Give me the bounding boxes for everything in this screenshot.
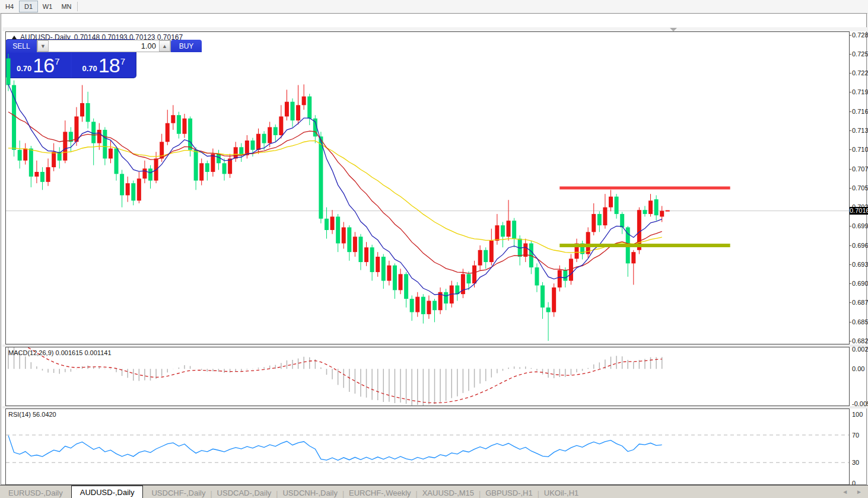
price-tick-label: 0.71655 (852, 108, 868, 115)
price-tick-label: 0.69365 (852, 261, 868, 268)
timeframe-button-d1[interactable]: D1 (19, 1, 38, 12)
tab-eurusd-daily[interactable]: EURUSD-,Daily (0, 487, 71, 498)
price-tick-label: 0.68220 (852, 337, 868, 344)
price-tick-label: 0.71370 (852, 127, 868, 134)
price-tick-mark (849, 92, 851, 92)
rsi-tick-label: 100 (852, 411, 863, 418)
macd-tick-label: 0.002962 (852, 346, 868, 353)
macd-label: MACD(12,26,9) 0.001615 0.001141 (8, 349, 112, 356)
price-tick-label: 0.68505 (852, 318, 868, 325)
tab-usdchf-daily[interactable]: USDCHF-,Daily (143, 487, 214, 498)
rsi-line (8, 436, 662, 461)
price-tick-label: 0.70795 (852, 165, 868, 173)
tab-usdcnh-daily[interactable]: USDCNH-,Daily (274, 487, 345, 498)
toolbar-separator (77, 2, 78, 11)
price-tick-mark (849, 245, 851, 246)
price-tick-label: 0.71085 (852, 146, 868, 153)
rsi-indicator-canvas[interactable] (6, 409, 849, 484)
price-tick-mark (849, 149, 851, 150)
macd-tick-label: 0.00 (852, 365, 864, 372)
application-window: H4D1W1MN AUDUSD-,Daily 0.70148 0.70193 0… (0, 0, 868, 498)
price-tick-mark (849, 130, 851, 131)
tab-gbpusd-h1[interactable]: GBPUSD-,H1 (477, 487, 540, 498)
chart-top-strip (2, 27, 867, 31)
macd-tick-label: -0.005255 (852, 400, 868, 407)
chart-window: AUDUSD-,Daily 0.70148 0.70193 0.70123 0.… (1, 13, 867, 485)
price-tick-mark (849, 73, 851, 74)
price-tick-label: 0.69080 (852, 280, 868, 287)
price-tick-label: 0.68795 (852, 299, 868, 306)
price-tick-mark (849, 35, 851, 36)
macd-indicator-canvas[interactable] (6, 347, 849, 406)
price-tick-label: 0.72230 (852, 69, 868, 76)
timeframe-button-w1[interactable]: W1 (38, 1, 57, 12)
tab-audusd-daily[interactable]: AUDUSD-,Daily (71, 486, 144, 498)
main-chart-canvas[interactable] (6, 31, 849, 344)
price-tick-mark (849, 264, 851, 265)
price-tick-label: 0.72515 (852, 50, 868, 58)
price-tick-mark (849, 54, 851, 55)
timeframe-button-mn[interactable]: MN (57, 1, 76, 12)
tab-scroll-right-icon[interactable]: ► (856, 489, 862, 495)
tab-eurchf-weekly[interactable]: EURCHF-,Weekly (341, 487, 419, 498)
timeframe-button-h4[interactable]: H4 (0, 1, 19, 12)
rsi-tick-label: 70 (852, 432, 859, 439)
price-tick-label: 0.69940 (852, 222, 868, 229)
price-tick-label: 0.70510 (852, 184, 868, 191)
price-tick-label: 0.71945 (852, 88, 868, 95)
tab-scroll-arrows: ◄ ► (842, 489, 862, 495)
tab-usdcad-daily[interactable]: USDCAD-,Daily (209, 487, 280, 498)
price-tick-mark (849, 302, 851, 303)
timeframe-toolbar: H4D1W1MN (0, 0, 868, 14)
tab-scroll-left-icon[interactable]: ◄ (842, 489, 848, 495)
rsi-label: RSI(14) 56.0420 (8, 411, 56, 418)
tab-ukoil-h1[interactable]: UKOil-,H1 (536, 487, 587, 498)
price-tick-mark (849, 111, 851, 112)
price-tick-mark (849, 188, 851, 189)
current-price-tag: 0.70167 (850, 207, 868, 215)
rsi-tick-label: 30 (852, 459, 859, 466)
candlestick-series (7, 54, 664, 341)
price-axis-border (849, 31, 850, 485)
price-tick-mark (849, 322, 851, 323)
ma-line-9 (8, 84, 662, 296)
price-tick-mark (849, 226, 851, 226)
price-tick-mark (849, 169, 851, 170)
price-tick-label: 0.72800 (852, 31, 868, 39)
price-tick-label: 0.69650 (852, 242, 868, 249)
price-tick-mark (849, 341, 851, 341)
tab-xauusd-m15[interactable]: XAUUSD-,M15 (414, 487, 482, 498)
chart-tab-bar: EURUSD-,DailyAUDUSD-,DailyUSDCHF-,Daily|… (0, 485, 868, 498)
price-tick-mark (849, 283, 851, 284)
